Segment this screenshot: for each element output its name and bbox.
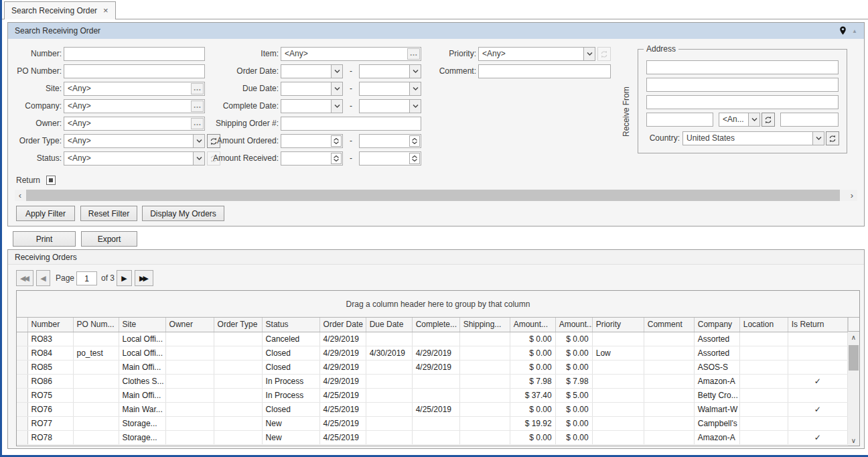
cell-comment[interactable] [644, 388, 694, 402]
order-date-from-select[interactable] [281, 64, 343, 78]
cell-company[interactable]: Assorted [694, 346, 739, 360]
cell-amount-ordered[interactable]: $ 0.00 [510, 346, 555, 360]
cell-amount-ordered[interactable]: $ 0.00 [510, 360, 555, 374]
cell-order-date[interactable]: 4/29/2019 [319, 374, 366, 388]
column-header-priority[interactable]: Priority [592, 318, 644, 332]
amount-received-to-stepper[interactable] [359, 151, 421, 166]
cell-due-date[interactable] [366, 430, 412, 444]
column-header-order-date[interactable]: Order Date [319, 318, 366, 332]
cell-is-return[interactable]: ✓ [788, 402, 847, 416]
cell-site[interactable]: Main Offi... [119, 388, 165, 402]
browse-icon[interactable]: … [407, 48, 420, 60]
select-all-header[interactable] [17, 318, 27, 332]
cell-location[interactable] [739, 332, 788, 346]
cell-status[interactable]: Closed [262, 402, 319, 416]
cell-site[interactable]: Local Offi... [119, 346, 165, 360]
cell-order-date[interactable]: 4/25/2019 [319, 430, 366, 444]
row-selector[interactable] [17, 388, 27, 402]
cell-complete-date[interactable] [412, 388, 459, 402]
row-selector[interactable] [17, 346, 27, 360]
cell-location[interactable] [739, 402, 788, 416]
prev-page-button[interactable]: ◀ [36, 270, 50, 286]
cell-due-date[interactable] [366, 332, 412, 346]
cell-amount-received[interactable]: $ 0.00 [555, 416, 592, 430]
amount-ordered-to-stepper[interactable] [359, 134, 421, 148]
table-row[interactable]: RO77Storage...New4/25/2019$ 19.92$ 0.00C… [17, 416, 848, 430]
scrollbar-track[interactable]: ∧ ∨ [848, 332, 859, 446]
cell-number[interactable]: RO86 [27, 374, 73, 388]
chevron-down-icon[interactable] [409, 100, 421, 113]
cell-comment[interactable] [644, 430, 694, 444]
cell-number[interactable]: RO85 [27, 360, 73, 374]
spinner-icons[interactable] [409, 135, 420, 147]
vertical-scrollbar[interactable]: ∧ ∨ [848, 318, 859, 446]
cell-priority[interactable] [592, 360, 644, 374]
cell-company[interactable]: Assorted [694, 332, 739, 346]
order-date-to-select[interactable] [359, 64, 421, 78]
cell-owner[interactable] [165, 430, 214, 444]
order-type-select[interactable]: <Any> [64, 134, 205, 148]
cell-amount-received[interactable]: $ 0.00 [555, 430, 592, 444]
cell-status[interactable]: In Process [262, 388, 319, 402]
cell-order-date[interactable]: 4/29/2019 [319, 346, 366, 360]
cell-order-date[interactable]: 4/25/2019 [319, 402, 366, 416]
cell-complete-date[interactable] [412, 430, 459, 444]
cell-site[interactable]: Clothes S... [119, 374, 165, 388]
cell-shipping[interactable] [459, 416, 510, 430]
display-my-orders-button[interactable]: Display My Orders [142, 206, 224, 221]
cell-number[interactable]: RO75 [27, 388, 73, 402]
complete-date-from-select[interactable] [281, 99, 343, 113]
chevron-down-icon[interactable] [409, 82, 421, 95]
address-zip-input[interactable] [646, 113, 713, 127]
number-input[interactable] [64, 47, 205, 61]
cell-po-number[interactable] [73, 416, 119, 430]
column-header-po-number[interactable]: PO Num... [73, 318, 119, 332]
cell-company[interactable]: Walmart-W [694, 402, 739, 416]
cell-po-number[interactable]: po_test [73, 346, 119, 360]
group-by-bar[interactable]: Drag a column header here to group by th… [17, 291, 859, 318]
cell-location[interactable] [739, 346, 788, 360]
cell-amount-ordered[interactable]: $ 0.00 [510, 402, 555, 416]
cell-comment[interactable] [644, 402, 694, 416]
scrollbar-thumb[interactable] [849, 345, 859, 371]
reset-filter-button[interactable]: Reset Filter [80, 206, 137, 221]
cell-is-return[interactable] [788, 346, 847, 360]
site-picker[interactable]: <Any> … [64, 82, 205, 96]
table-row[interactable]: RO84po_testLocal Offi...Closed4/29/20194… [17, 346, 848, 360]
column-header-site[interactable]: Site [119, 318, 165, 332]
cell-shipping[interactable] [459, 388, 510, 402]
apply-filter-button[interactable]: Apply Filter [16, 206, 75, 221]
cell-due-date[interactable] [366, 360, 412, 374]
cell-order-type[interactable] [214, 332, 262, 346]
chevron-down-icon[interactable] [331, 65, 342, 78]
horizontal-scrollbar[interactable]: ‹ › [15, 190, 857, 201]
cell-amount-received[interactable]: $ 0.00 [555, 360, 592, 374]
table-row[interactable]: RO76Main War...Closed4/25/20194/25/2019$… [17, 402, 848, 416]
cell-status[interactable]: New [262, 430, 319, 444]
cell-priority[interactable] [592, 388, 644, 402]
cell-status[interactable]: In Process [262, 374, 319, 388]
scroll-down-icon[interactable]: ∨ [848, 435, 859, 446]
cell-site[interactable]: Storage... [119, 416, 165, 430]
cell-is-return[interactable]: ✓ [788, 430, 847, 444]
spinner-icons[interactable] [331, 135, 342, 147]
cell-status[interactable]: New [262, 416, 319, 430]
comment-input[interactable] [478, 64, 611, 78]
cell-priority[interactable] [592, 416, 644, 430]
cell-po-number[interactable] [73, 430, 119, 444]
cell-shipping[interactable] [459, 360, 510, 374]
cell-company[interactable]: Amazon-A [694, 430, 739, 444]
company-picker[interactable]: <Any> … [64, 99, 205, 113]
chevron-down-icon[interactable] [193, 152, 204, 165]
chevron-down-icon[interactable] [331, 100, 342, 113]
table-row[interactable]: RO78Storage...New4/25/2019$ 0.00$ 0.00Am… [17, 430, 848, 444]
due-date-from-select[interactable] [281, 82, 343, 96]
amount-received-from-stepper[interactable] [281, 151, 343, 166]
cell-site[interactable]: Local Offi... [119, 332, 165, 346]
cell-number[interactable]: RO84 [27, 346, 73, 360]
spinner-icons[interactable] [331, 153, 342, 164]
cell-location[interactable] [739, 388, 788, 402]
cell-shipping[interactable] [459, 346, 510, 360]
chevron-down-icon[interactable] [331, 82, 342, 95]
item-picker[interactable]: <Any> … [281, 47, 421, 61]
